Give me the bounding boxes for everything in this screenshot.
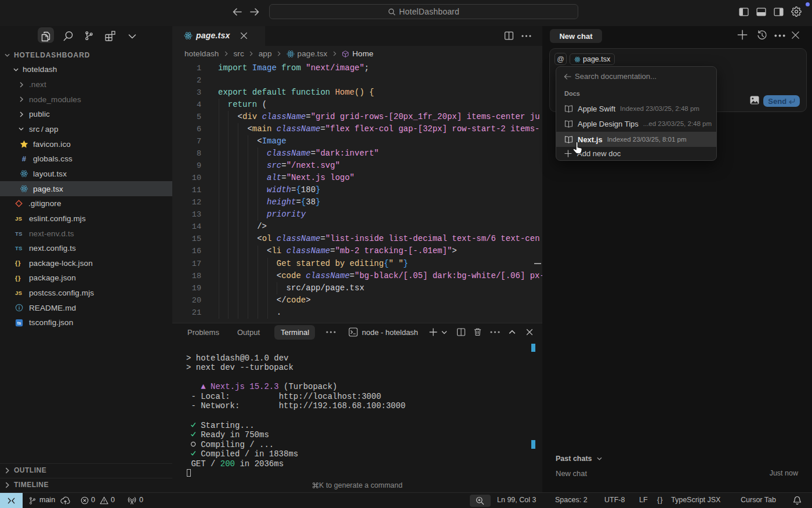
svg-text:ts: ts <box>17 321 21 325</box>
